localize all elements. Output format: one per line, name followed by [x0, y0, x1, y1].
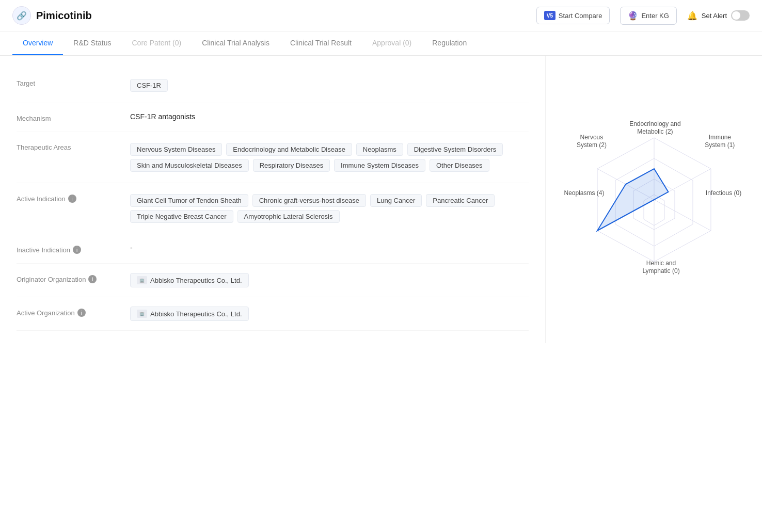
target-row: Target CSF-1R [17, 68, 529, 103]
ta-tag-nervous[interactable]: Nervous System Diseases [130, 143, 222, 156]
active-org-logo: 🏢 [137, 310, 147, 318]
active-indication-row: Active Indication i Giant Cell Tumor of … [17, 183, 529, 234]
originator-org-value: 🏢 Abbisko Therapeutics Co., Ltd. [130, 273, 529, 287]
enter-kg-label: Enter KG [641, 12, 669, 20]
radar-label-immune: ImmuneSystem (1) [696, 134, 743, 150]
tab-clinical-trial-analysis[interactable]: Clinical Trial Analysis [192, 31, 280, 55]
originator-org-name: Abbisko Therapeutics Co., Ltd. [150, 277, 242, 284]
tab-regulation[interactable]: Regulation [422, 31, 477, 55]
active-org-label: Active Organization i [17, 307, 130, 317]
target-value: CSF-1R [130, 77, 529, 93]
radar-chart: Endocrinology andMetabolic (2) ImmuneSys… [561, 117, 747, 282]
alert-icon: 🔔 [687, 11, 697, 21]
left-panel: Target CSF-1R Mechanism CSF-1R antagonis… [0, 56, 545, 343]
mechanism-value: CSF-1R antagonists [130, 112, 529, 121]
ta-tag-neoplasms[interactable]: Neoplasms [356, 143, 403, 156]
therapeutic-areas-row: Therapeutic Areas Nervous System Disease… [17, 132, 529, 183]
originator-org-badge[interactable]: 🏢 Abbisko Therapeutics Co., Ltd. [130, 273, 249, 287]
tab-overview[interactable]: Overview [12, 31, 63, 55]
ai-tag-lung-cancer[interactable]: Lung Cancer [370, 194, 422, 207]
inactive-indication-value: - [130, 244, 529, 252]
ta-tag-other[interactable]: Other Diseases [430, 159, 489, 172]
radar-label-nervous: NervousSystem (2) [568, 134, 615, 150]
ta-tag-immune[interactable]: Immune System Diseases [334, 159, 425, 172]
ta-tag-skin[interactable]: Skin and Musculoskeletal Diseases [130, 159, 249, 172]
set-alert-toggle[interactable] [731, 10, 750, 21]
originator-org-logo: 🏢 [137, 276, 147, 284]
originator-org-info-icon[interactable]: i [88, 275, 97, 283]
ta-tag-endocrinology[interactable]: Endocrinology and Metabolic Disease [226, 143, 352, 156]
active-org-name: Abbisko Therapeutics Co., Ltd. [150, 310, 242, 318]
ai-tag-cgvhd[interactable]: Chronic graft-versus-host disease [252, 194, 366, 207]
mechanism-row: Mechanism CSF-1R antagonists [17, 103, 529, 132]
ta-tag-digestive[interactable]: Digestive System Disorders [407, 143, 503, 156]
originator-org-label: Originator Organization i [17, 273, 130, 283]
therapeutic-areas-value: Nervous System Diseases Endocrinology an… [130, 141, 529, 173]
inactive-indication-info-icon[interactable]: i [73, 246, 81, 254]
target-label: Target [17, 77, 130, 87]
tab-approval: Approval (0) [362, 31, 422, 55]
therapeutic-areas-label: Therapeutic Areas [17, 141, 130, 151]
app-header: 🔗 Pimicotinib V5 Start Compare 🔮 Enter K… [0, 0, 762, 31]
ta-tag-respiratory[interactable]: Respiratory Diseases [253, 159, 330, 172]
active-org-row: Active Organization i 🏢 Abbisko Therapeu… [17, 297, 529, 331]
originator-org-row: Originator Organization i 🏢 Abbisko Ther… [17, 264, 529, 297]
ai-tag-als[interactable]: Amyotrophic Lateral Sclerosis [237, 210, 340, 223]
tab-clinical-trial-result[interactable]: Clinical Trial Result [280, 31, 362, 55]
header-actions: V5 Start Compare 🔮 Enter KG 🔔 Set Alert [536, 7, 750, 25]
radar-label-hemic: Hemic andLymphatic (0) [636, 260, 687, 276]
tab-rd-status[interactable]: R&D Status [63, 31, 121, 55]
drug-name: Pimicotinib [36, 10, 92, 22]
compare-icon: V5 [544, 11, 555, 20]
active-org-badge[interactable]: 🏢 Abbisko Therapeutics Co., Ltd. [130, 307, 249, 321]
ai-tag-tnbc[interactable]: Triple Negative Breast Cancer [130, 210, 233, 223]
target-tag[interactable]: CSF-1R [130, 79, 168, 92]
tab-core-patent: Core Patent (0) [122, 31, 192, 55]
enter-kg-button[interactable]: 🔮 Enter KG [620, 7, 676, 25]
active-indication-label: Active Indication i [17, 192, 130, 203]
main-content: Target CSF-1R Mechanism CSF-1R antagonis… [0, 56, 762, 343]
ai-tag-giant-cell[interactable]: Giant Cell Tumor of Tendon Sheath [130, 194, 248, 207]
set-alert-label: Set Alert [702, 12, 727, 20]
mechanism-label: Mechanism [17, 112, 130, 122]
svg-marker-7 [597, 169, 669, 231]
inactive-indication-label: Inactive Indication i [17, 244, 130, 254]
active-indication-value: Giant Cell Tumor of Tendon Sheath Chroni… [130, 192, 529, 224]
set-alert-container: 🔔 Set Alert [687, 10, 750, 21]
radar-label-neoplasms: Neoplasms (4) [561, 189, 608, 198]
radar-chart-panel: Endocrinology andMetabolic (2) ImmuneSys… [545, 56, 762, 343]
inactive-indication-row: Inactive Indication i - [17, 234, 529, 264]
active-indication-info-icon[interactable]: i [68, 195, 76, 203]
radar-label-endo: Endocrinology andMetabolic (2) [624, 120, 686, 136]
active-org-value: 🏢 Abbisko Therapeutics Co., Ltd. [130, 307, 529, 321]
ai-tag-pancreatic[interactable]: Pancreatic Cancer [426, 194, 495, 207]
drug-icon: 🔗 [12, 6, 31, 25]
kg-icon: 🔮 [628, 11, 638, 21]
active-org-info-icon[interactable]: i [77, 309, 86, 317]
drug-logo-area: 🔗 Pimicotinib [12, 6, 92, 25]
nav-tabs: Overview R&D Status Core Patent (0) Clin… [0, 31, 762, 56]
radar-label-infectious: Infectious (0) [701, 189, 747, 198]
start-compare-button[interactable]: V5 Start Compare [536, 7, 610, 24]
start-compare-label: Start Compare [559, 12, 602, 20]
